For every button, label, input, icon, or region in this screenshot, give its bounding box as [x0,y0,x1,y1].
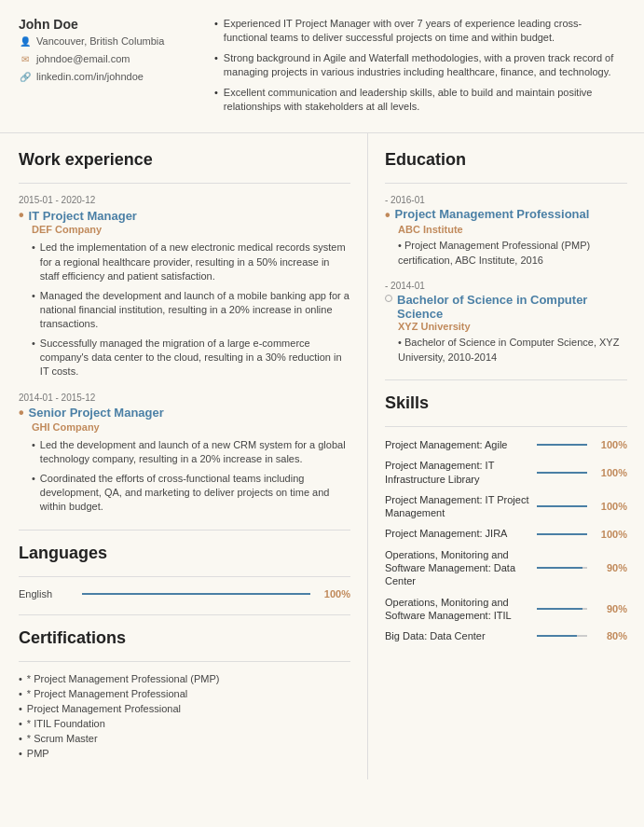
skill-label-1: Project Management: Agile [385,438,529,451]
skill-bar-6 [537,608,587,610]
cert-divider [19,661,350,662]
cert-item-2: • * Project Management Professional [19,688,350,699]
cert-item-1: • * Project Management Professional (PMP… [19,673,350,684]
certifications-title: Certifications [19,628,350,652]
cert-list: • * Project Management Professional (PMP… [19,673,350,759]
cert-bullet-2: • [19,688,22,699]
edu-degree-1: Project Management Professional [385,207,627,224]
edu-detail-2: Bachelor of Science in Computer Science,… [398,336,627,365]
lang-divider [19,576,350,577]
left-column: Work experience 2015-01 - 2020-12 IT Pro… [0,133,368,779]
skill-bar-2 [537,472,587,474]
edu-institute-2: XYZ University [398,321,627,332]
candidate-name: John Doe [19,17,196,32]
skill-pct-1: 100% [595,439,627,450]
skill-bar-5 [537,567,587,569]
languages-section: Languages English 100% [19,530,350,600]
work-title-1: IT Project Manager [19,207,350,224]
work-entry-2: 2014-01 - 2015-12 Senior Project Manager… [19,393,350,515]
skill-label-7: Big Data: Data Center [385,629,529,642]
work-company-1: DEF Company [32,224,350,235]
edu-institute-1: ABC Institute [398,224,627,235]
email-item: ✉ johndoe@email.com [19,52,196,65]
cert-item-4: • * ITIL Foundation [19,718,350,729]
work-bullets-1: Led the implementation of a new electron… [32,241,350,379]
skill-item-3: Project Management: IT Project Managemen… [385,493,627,520]
summary-text-3: Excellent communication and leadership s… [224,86,625,115]
edu-date-2: - 2014-01 [385,281,627,291]
language-item-english: English 100% [19,588,350,600]
cert-bullet-1: • [19,673,22,684]
header-left: John Doe 👤 Vancouver, British Columbia ✉… [19,17,205,119]
skill-item-1: Project Management: Agile 100% [385,438,627,451]
skill-bar-fill-2 [537,472,587,474]
location-text: Vancouver, British Columbia [36,35,164,47]
edu-date-1: - 2016-01 [385,195,627,205]
work-divider [19,183,350,184]
cert-item-3: • Project Management Professional [19,703,350,714]
location-item: 👤 Vancouver, British Columbia [19,34,196,48]
skill-bar-fill-3 [537,505,587,507]
email-text: johndoe@email.com [36,53,130,64]
location-icon: 👤 [19,34,32,48]
skills-divider [385,426,627,427]
skill-item-2: Project Management: IT Infrastructure Li… [385,459,627,486]
skill-item-7: Big Data: Data Center 80% [385,629,627,642]
skills-list: Project Management: Agile 100% Project M… [385,438,627,643]
skill-pct-7: 80% [595,630,627,641]
skill-pct-5: 90% [595,562,627,573]
work-experience-title: Work experience [19,150,350,173]
education-title: Education [385,150,627,173]
skill-item-5: Operations, Monitoring and Software Mana… [385,548,627,588]
skill-bar-fill-6 [537,608,582,610]
work-entry-1: 2015-01 - 2020-12 IT Project Manager DEF… [19,195,350,379]
work-bullet-2-1: Led the development and launch of a new … [32,438,350,467]
linkedin-icon: 🔗 [19,70,32,83]
work-date-2: 2014-01 - 2015-12 [19,393,350,403]
skill-bar-7 [537,635,587,637]
summary-text-1: Experienced IT Project Manager with over… [224,17,625,46]
skills-section: Skills Project Management: Agile 100% Pr… [385,379,627,643]
skill-item-4: Project Management: JIRA 100% [385,527,627,540]
language-name-english: English [19,588,75,600]
skill-bar-1 [537,444,587,446]
edu-degree-2: Bachelor of Science in Computer Science [385,293,627,321]
work-company-2: GHI Company [32,421,350,433]
skill-pct-2: 100% [595,467,627,478]
cert-bullet-3: • [19,703,22,714]
work-date-1: 2015-01 - 2020-12 [19,195,350,205]
cert-bullet-5: • [19,733,22,744]
skill-label-5: Operations, Monitoring and Software Mana… [385,548,529,588]
language-pct-english: 100% [318,588,350,600]
header-section: John Doe 👤 Vancouver, British Columbia ✉… [0,0,644,133]
edu-entry-2: - 2014-01 Bachelor of Science in Compute… [385,281,627,365]
header-summary: Experienced IT Project Manager with over… [205,17,625,119]
edu-divider [385,183,627,184]
summary-text-2: Strong background in Agile and Waterfall… [224,51,625,80]
language-bar-english [82,593,310,595]
summary-bullet-3: Excellent communication and leadership s… [214,86,625,115]
summary-bullet-1: Experienced IT Project Manager with over… [214,17,625,46]
main-content: Work experience 2015-01 - 2020-12 IT Pro… [0,133,644,779]
certifications-section: Certifications • * Project Management Pr… [19,614,350,759]
summary-bullet-2: Strong background in Agile and Waterfall… [214,51,625,80]
cert-item-6: • PMP [19,748,350,759]
skill-bar-fill-5 [537,567,582,569]
cert-bullet-4: • [19,718,22,729]
skill-pct-6: 90% [595,603,627,614]
work-bullet-2-2: Coordinated the efforts of cross-functio… [32,472,350,515]
work-title-2: Senior Project Manager [19,405,350,421]
work-bullet-1-3: Successfully managed the migration of a … [32,337,350,379]
work-bullet-1-1: Led the implementation of a new electron… [32,241,350,283]
edu-open-bullet-2 [385,295,392,302]
skill-bar-fill-7 [537,635,577,637]
skills-title: Skills [385,393,627,417]
skill-bar-3 [537,505,587,507]
work-bullets-2: Led the development and launch of a new … [32,438,350,515]
skill-label-6: Operations, Monitoring and Software Mana… [385,596,529,623]
right-column: Education - 2016-01 Project Management P… [368,133,644,779]
edu-detail-1: Project Management Professional (PMP) ce… [398,239,627,268]
edu-entry-1: - 2016-01 Project Management Professiona… [385,195,627,268]
skill-bar-fill-4 [537,533,587,535]
skill-pct-3: 100% [595,501,627,512]
